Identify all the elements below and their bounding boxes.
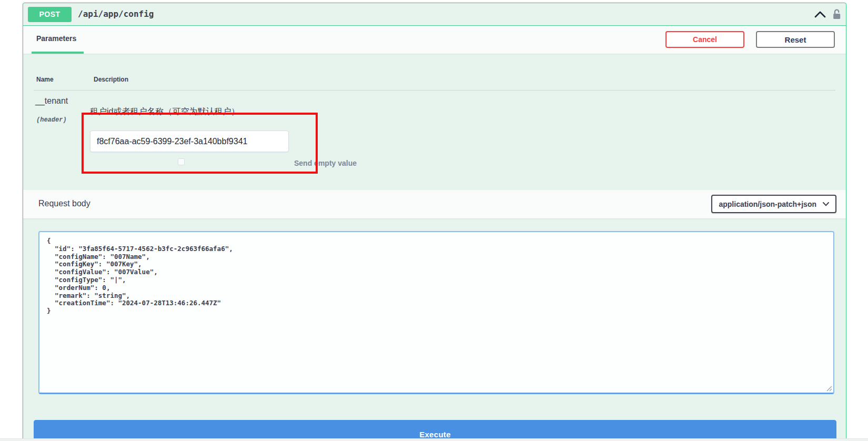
send-empty-label: Send empty value	[294, 159, 357, 167]
table-header-divider	[34, 90, 835, 91]
chevron-down-icon	[823, 202, 829, 206]
lock-unlocked-icon[interactable]	[832, 8, 842, 21]
chevron-up-icon[interactable]	[814, 10, 826, 19]
request-body-editor[interactable]: { "id": "3fa85f64-5717-4562-b3fc-2c963f6…	[38, 231, 834, 394]
request-body-section-header: Request body application/json-patch+json	[23, 190, 846, 218]
endpoint-path: /api/app/config	[78, 3, 154, 25]
method-badge: POST	[28, 7, 72, 22]
opblock-post: POST /api/app/config Parameters Cancel R…	[23, 3, 846, 441]
param-location: (header)	[36, 116, 67, 124]
send-empty-checkbox[interactable]	[178, 158, 185, 165]
tab-parameters[interactable]: Parameters	[36, 34, 76, 43]
column-header-description: Description	[94, 76, 128, 83]
cancel-button[interactable]: Cancel	[665, 31, 744, 48]
parameters-table: Name Description __tenant (header) 租户id或…	[23, 54, 846, 190]
column-header-name: Name	[36, 76, 54, 83]
tenant-value-input[interactable]	[90, 131, 289, 152]
content-type-select[interactable]: application/json-patch+json	[711, 195, 836, 213]
content-type-value: application/json-patch+json	[719, 200, 816, 208]
request-body-label: Request body	[38, 199, 90, 208]
horizontal-scrollbar[interactable]	[0, 438, 868, 441]
reset-button[interactable]: Reset	[756, 31, 835, 48]
param-description: 租户id或者租户名称（可空为默认租户）	[90, 106, 239, 117]
resize-handle-icon[interactable]	[825, 384, 833, 393]
swagger-try-it-out-screen: POST /api/app/config Parameters Cancel R…	[0, 0, 868, 441]
operation-summary-bar[interactable]: POST /api/app/config	[23, 3, 846, 26]
parameters-section-header: Parameters Cancel Reset	[23, 26, 846, 54]
param-name-tenant: __tenant	[35, 96, 74, 106]
execute-button[interactable]: Execute	[34, 420, 836, 441]
